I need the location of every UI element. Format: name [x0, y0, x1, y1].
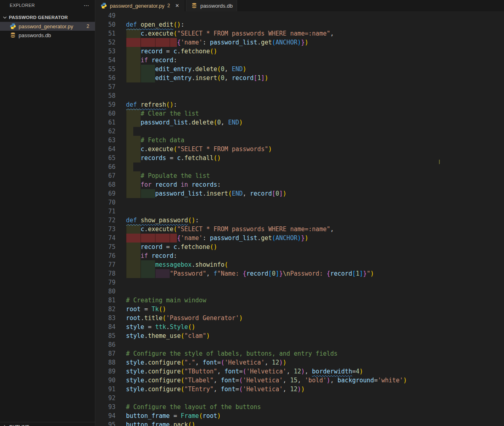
code-token: ,: [206, 270, 214, 277]
code-token: (: [214, 119, 217, 126]
code-text: record = c.fetchone(): [126, 47, 217, 56]
code-line[interactable]: 55 edit_entry.delete(0, END): [96, 65, 504, 74]
code-token: :: [203, 234, 206, 242]
chevron-down-icon: [2, 14, 8, 21]
code-text: def show_password():: [126, 216, 199, 225]
file-row-passwords-db[interactable]: passwords.db: [0, 31, 95, 40]
code-line[interactable]: 85style.theme_use("clam"): [96, 331, 504, 340]
code-token: # Creating main window: [126, 297, 206, 304]
tab-password-generator[interactable]: password_generator.py 2 ✕: [96, 0, 185, 11]
code-token: record: [155, 181, 177, 188]
code-editor[interactable]: 4950def open_edit():51 c.execute("SELECT…: [96, 11, 504, 426]
line-number: 92: [96, 394, 116, 403]
code-token: record: [330, 270, 352, 277]
code-line[interactable]: 90style.configure("TLabel", font=('Helve…: [96, 376, 504, 385]
code-line[interactable]: 79: [96, 278, 504, 287]
code-token: (: [181, 386, 184, 393]
code-token: 'white': [378, 377, 403, 384]
code-line[interactable]: 61 password_list.delete(0, END): [96, 118, 504, 127]
code-line[interactable]: 95button_frame.pack(): [96, 420, 504, 426]
indent-highlight: [155, 234, 170, 243]
tab-passwords-db[interactable]: passwords.db: [186, 0, 237, 11]
code-token: font: [203, 359, 217, 366]
code-line[interactable]: 58: [96, 91, 504, 100]
code-line[interactable]: 75 record = c.fetchone(): [96, 243, 504, 251]
code-line[interactable]: 50def open_edit():: [96, 20, 504, 29]
code-line[interactable]: 60 # Clear the list: [96, 109, 504, 118]
code-token: ): [192, 323, 195, 331]
code-line[interactable]: 72def show_password():: [96, 216, 504, 225]
indent-highlight: [126, 269, 141, 278]
code-line[interactable]: 74 {'name': password_list.get(ANCHOR)}): [96, 234, 504, 243]
code-token: (: [239, 377, 243, 384]
close-icon[interactable]: ✕: [174, 2, 181, 9]
code-line[interactable]: 56 edit_entry.insert(0, record[1]): [96, 74, 504, 82]
code-token: root: [203, 412, 217, 420]
code-line[interactable]: 80: [96, 287, 504, 296]
folder-section-header[interactable]: PASSWORD GENERATOR: [0, 13, 95, 22]
code-token: button_frame: [126, 412, 170, 420]
code-token: 'Helvetica': [243, 377, 283, 384]
code-token: edit_entry: [155, 65, 191, 73]
code-line[interactable]: 86: [96, 340, 504, 349]
code-line[interactable]: 91style.configure("TEntry", font=('Helve…: [96, 385, 504, 394]
code-token: style: [126, 377, 144, 384]
more-actions-icon[interactable]: ⋯: [82, 2, 91, 8]
code-line[interactable]: 76 if record:: [96, 251, 504, 260]
code-line[interactable]: 63 # Fetch data: [96, 136, 504, 145]
code-line[interactable]: 68 for record in records:: [96, 180, 504, 189]
code-line[interactable]: 66: [96, 162, 504, 171]
code-token: Password:: [290, 270, 326, 277]
code-line[interactable]: 71: [96, 207, 504, 216]
code-line[interactable]: 87# Configure the style of labels, butto…: [96, 349, 504, 358]
code-line[interactable]: 94button_frame = Frame(root): [96, 411, 504, 420]
code-line[interactable]: 92: [96, 394, 504, 403]
code-token: ): [239, 119, 243, 126]
code-line[interactable]: 65 records = c.fetchall(): [96, 154, 504, 162]
explorer-title: EXPLORER: [10, 3, 35, 8]
line-number: 76: [96, 251, 116, 260]
code-line[interactable]: 57: [96, 82, 504, 91]
code-line[interactable]: 82root = Tk(): [96, 305, 504, 314]
code-line[interactable]: 59def refresh():: [96, 100, 504, 109]
code-token: ,: [330, 30, 334, 37]
code-line[interactable]: 62: [96, 127, 504, 136]
indent-highlight: [126, 145, 141, 154]
line-number: 68: [96, 180, 116, 189]
code-line[interactable]: 51 c.execute("SELECT * FROM passwords WH…: [96, 29, 504, 38]
code-line[interactable]: 93# Configure the layout of the buttons: [96, 403, 504, 411]
code-token: (: [162, 314, 166, 322]
file-row-password-generator[interactable]: password_generator.py 2: [0, 22, 95, 31]
code-line[interactable]: 83root.title('Password Generator'): [96, 314, 504, 323]
code-token: configure: [148, 368, 181, 375]
code-line[interactable]: 69 password_list.insert(END, record[0]): [96, 189, 504, 198]
code-line[interactable]: 73 c.execute("SELECT * FROM passwords WH…: [96, 225, 504, 234]
code-line[interactable]: 53 record = c.fetchone(): [96, 47, 504, 56]
code-token: .: [192, 261, 195, 268]
code-line[interactable]: 84style = ttk.Style(): [96, 323, 504, 331]
code-line[interactable]: 54 if record:: [96, 56, 504, 65]
code-token: (: [228, 190, 232, 197]
folder-section-label: PASSWORD GENERATOR: [9, 15, 68, 20]
code-line[interactable]: 77 messagebox.showinfo(: [96, 260, 504, 269]
code-token: .: [144, 359, 148, 366]
outline-section-header[interactable]: OUTLINE: [0, 422, 95, 426]
code-line[interactable]: 49: [96, 11, 504, 20]
line-number: 54: [96, 56, 116, 65]
code-token: "SELECT * FROM passwords WHERE name=:nam…: [177, 30, 330, 37]
code-token: execute: [148, 226, 173, 233]
code-token: =: [144, 323, 155, 331]
code-line[interactable]: 67 # Populate the list: [96, 171, 504, 180]
code-token: root: [126, 314, 141, 322]
code-line[interactable]: 88style.configure(".", font=('Helvetica'…: [96, 358, 504, 367]
line-number: 49: [96, 11, 116, 20]
line-number: 94: [96, 411, 116, 420]
code-line[interactable]: 89style.configure("TButton", font=('Helv…: [96, 367, 504, 376]
code-token: ): [301, 368, 305, 375]
code-line[interactable]: 64 c.execute("SELECT * FROM passwords"): [96, 145, 504, 154]
code-line[interactable]: 81# Creating main window: [96, 296, 504, 305]
code-token: :: [181, 21, 184, 28]
code-line[interactable]: 78 "Password", f"Name: {record[0]}\nPass…: [96, 269, 504, 278]
code-line[interactable]: 52 {'name': password_list.get(ANCHOR)}): [96, 38, 504, 47]
code-line[interactable]: 70: [96, 198, 504, 207]
